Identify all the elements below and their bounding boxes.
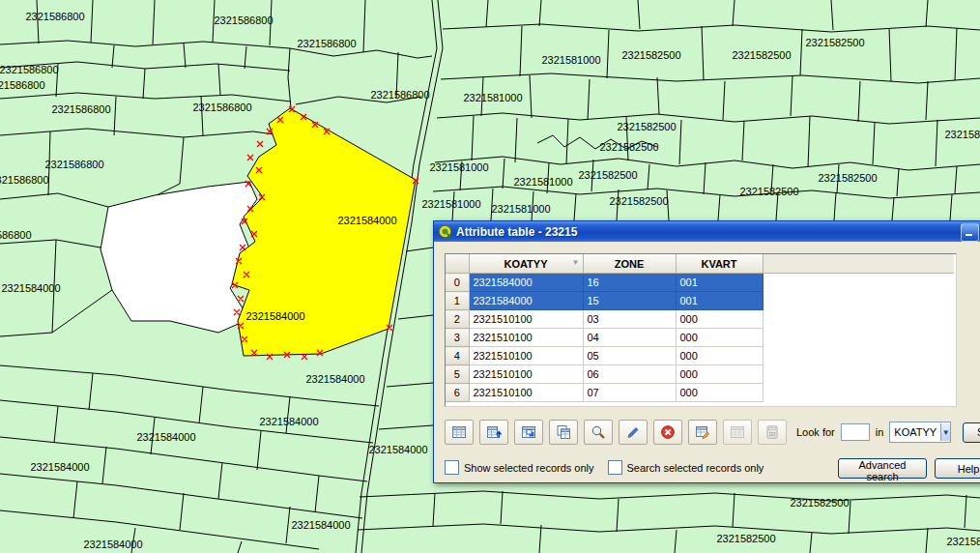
search-selected-checkbox[interactable] bbox=[608, 460, 622, 475]
map-label: 2321582500 bbox=[732, 49, 791, 61]
map-label: 2321584000 bbox=[305, 373, 364, 385]
map-label: 2321582500 bbox=[609, 195, 668, 207]
cell-koatyy[interactable]: 2321510100 bbox=[469, 384, 583, 402]
cell-zone[interactable]: 04 bbox=[583, 329, 676, 347]
header-filler bbox=[763, 254, 954, 274]
column-header-zone[interactable]: ZONE bbox=[583, 254, 676, 274]
table-row: 2232151010003000 bbox=[446, 310, 954, 329]
map-label: 2321582500 bbox=[790, 497, 849, 509]
cell-koatyy[interactable]: 2321584000 bbox=[469, 274, 583, 292]
show-selected-checkbox[interactable] bbox=[445, 460, 459, 475]
options-row: Show selected records only Search select… bbox=[445, 460, 777, 475]
corner-header[interactable] bbox=[446, 254, 469, 274]
cell-koatyy[interactable]: 2321584000 bbox=[469, 292, 583, 310]
search-button[interactable]: Search bbox=[963, 422, 980, 443]
application-screen: 2321586800232158680023215868002321586800… bbox=[0, 0, 980, 553]
cell-kvart[interactable]: 000 bbox=[676, 310, 763, 329]
map-label: 2321586800 bbox=[297, 38, 356, 49]
map-label: 2321586800 bbox=[192, 102, 251, 113]
cell-zone[interactable]: 05 bbox=[583, 347, 676, 365]
map-label: 2321581000 bbox=[491, 203, 550, 215]
map-label: 2321584000 bbox=[30, 461, 89, 473]
map-label: 2321584000 bbox=[1, 282, 60, 294]
map-label: 2321584000 bbox=[136, 431, 195, 443]
zoom-to-selected-icon[interactable] bbox=[584, 420, 613, 445]
map-label: 2321582500 bbox=[739, 186, 798, 197]
field-calculator-icon bbox=[758, 420, 787, 445]
row-filler bbox=[763, 274, 954, 292]
delete-column-icon bbox=[723, 420, 752, 445]
map-label: 2321581000 bbox=[421, 198, 480, 210]
cell-kvart[interactable]: 000 bbox=[676, 347, 763, 365]
map-label: 2321584000 bbox=[337, 215, 396, 226]
search-selected-label: Search selected records only bbox=[627, 462, 764, 474]
unselect-all-icon[interactable] bbox=[445, 420, 474, 445]
in-label: in bbox=[876, 426, 884, 438]
table-row: 0232158400016001 bbox=[446, 274, 954, 292]
cell-zone[interactable]: 03 bbox=[583, 310, 676, 329]
chevron-down-icon[interactable]: ▼ bbox=[940, 423, 950, 441]
look-for-label: Look for bbox=[796, 426, 835, 438]
row-header[interactable]: 5 bbox=[446, 365, 469, 384]
map-label: 2321586800 bbox=[51, 103, 110, 115]
cell-zone[interactable]: 06 bbox=[583, 365, 676, 384]
cell-koatyy[interactable]: 2321510100 bbox=[469, 310, 583, 329]
map-label: 2321584000 bbox=[259, 416, 318, 427]
cell-kvart[interactable]: 000 bbox=[676, 329, 763, 347]
row-header[interactable]: 6 bbox=[446, 384, 469, 402]
column-header-kvart[interactable]: KVART bbox=[676, 254, 763, 274]
table-row: 5232151010006000 bbox=[446, 365, 954, 384]
map-label: 2321582500 bbox=[946, 536, 980, 547]
map-label: 2321586800 bbox=[0, 64, 59, 75]
map-label: 2321582500 bbox=[805, 37, 864, 48]
row-header[interactable]: 1 bbox=[446, 292, 469, 310]
new-column-icon[interactable] bbox=[688, 420, 717, 445]
cell-zone[interactable]: 15 bbox=[583, 292, 676, 310]
copy-selected-rows-icon[interactable] bbox=[549, 420, 578, 445]
attribute-toolbar: Look for in KOATYY ▼ Search bbox=[445, 420, 980, 445]
table-row: 4232151010005000 bbox=[446, 347, 954, 365]
row-header[interactable]: 0 bbox=[446, 274, 469, 292]
map-label: 2321586800 bbox=[44, 159, 103, 170]
cell-koatyy[interactable]: 2321510100 bbox=[469, 365, 583, 384]
column-combobox[interactable]: KOATYY ▼ bbox=[889, 422, 951, 443]
map-label: 2321586800 bbox=[0, 174, 49, 186]
attribute-table-window: Attribute table - 23215 KOATYY▼ZONEKVART… bbox=[433, 220, 980, 483]
window-title: Attribute table - 23215 bbox=[456, 225, 577, 239]
map-label: 2321581000 bbox=[541, 54, 600, 66]
cell-koatyy[interactable]: 2321510100 bbox=[469, 329, 583, 347]
minimize-button[interactable] bbox=[961, 223, 979, 242]
cell-kvart[interactable]: 000 bbox=[676, 365, 763, 384]
row-header[interactable]: 4 bbox=[446, 347, 469, 365]
attribute-table: KOATYY▼ZONEKVART 02321584000160011232158… bbox=[445, 253, 957, 407]
row-header[interactable]: 2 bbox=[446, 310, 469, 329]
map-label: 2321581000 bbox=[463, 92, 522, 103]
map-label: 2321582500 bbox=[599, 141, 658, 153]
remove-selection-icon[interactable] bbox=[653, 420, 682, 445]
invert-selection-icon[interactable] bbox=[514, 420, 543, 445]
cell-kvart[interactable]: 001 bbox=[676, 292, 763, 310]
toggle-editing-icon[interactable] bbox=[619, 420, 648, 445]
table-row: 1232158400015001 bbox=[446, 292, 954, 310]
map-label: 2321581000 bbox=[429, 161, 488, 173]
map-label: 2321586800 bbox=[0, 79, 45, 91]
map-label: 2321586800 bbox=[214, 15, 273, 26]
cell-koatyy[interactable]: 2321510100 bbox=[469, 347, 583, 365]
map-label: 2321581000 bbox=[513, 176, 572, 188]
column-header-koatyy[interactable]: KOATYY▼ bbox=[469, 254, 583, 274]
titlebar[interactable]: Attribute table - 23215 bbox=[434, 221, 980, 242]
row-header[interactable]: 3 bbox=[446, 329, 469, 347]
row-filler bbox=[763, 292, 954, 310]
cell-zone[interactable]: 16 bbox=[583, 274, 676, 292]
map-label: 2321582500 bbox=[621, 49, 680, 61]
help-button[interactable]: Help bbox=[935, 458, 980, 479]
search-input[interactable] bbox=[841, 423, 870, 441]
cell-kvart[interactable]: 000 bbox=[676, 384, 763, 402]
map-label: 2321582500 bbox=[944, 129, 980, 140]
map-label: 2321582500 bbox=[818, 172, 877, 184]
cell-zone[interactable]: 07 bbox=[583, 384, 676, 402]
advanced-search-button[interactable]: Advanced search bbox=[838, 458, 927, 479]
move-selected-to-top-icon[interactable] bbox=[479, 420, 508, 445]
row-filler bbox=[763, 310, 954, 329]
cell-kvart[interactable]: 001 bbox=[676, 274, 763, 292]
